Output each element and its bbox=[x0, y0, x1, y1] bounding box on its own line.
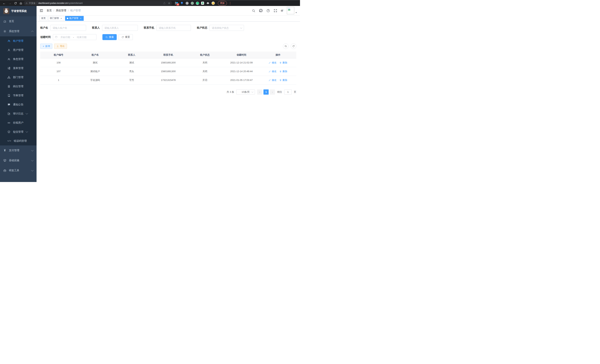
sidebar-item-home[interactable]: 首页 bbox=[0, 16, 37, 26]
cell-contact: 秃头 bbox=[113, 67, 150, 76]
bookmark-star-icon[interactable]: ☆ bbox=[168, 2, 170, 5]
sidebar-item-online-user[interactable]: 在线用户 bbox=[0, 118, 37, 127]
sidebar-item-payment[interactable]: ¥ 支付管理 bbox=[0, 145, 37, 156]
add-button[interactable]: + 新增 bbox=[40, 44, 52, 49]
sidebar-item-dept[interactable]: 部门管理 bbox=[0, 73, 37, 82]
export-button[interactable]: 导出 bbox=[54, 44, 67, 49]
goto-page-input[interactable] bbox=[284, 89, 292, 95]
page-number-1[interactable]: 1 bbox=[263, 89, 269, 95]
profile-avatar-icon[interactable] bbox=[212, 1, 215, 5]
status-select-input[interactable] bbox=[209, 25, 244, 31]
y-glyph: y bbox=[196, 2, 199, 4]
announcement-icon bbox=[7, 103, 10, 106]
delete-link[interactable]: 删除 bbox=[279, 78, 287, 82]
fullscreen-icon[interactable] bbox=[274, 9, 277, 12]
help-icon[interactable] bbox=[266, 9, 270, 12]
tenant-name-input[interactable] bbox=[50, 25, 86, 31]
tab-dept[interactable]: 部门管理 × bbox=[48, 16, 64, 21]
address-bar[interactable]: ⚠ 不安全 dashboard.yudao.iocoder.cn/system/… bbox=[24, 1, 172, 5]
table-header-row: 租户编号 租户名 联系人 联系手机 租户状态 创建时间 操作 bbox=[40, 52, 296, 58]
next-page-button[interactable]: › bbox=[270, 89, 275, 95]
page-number-label: 1 bbox=[265, 91, 267, 93]
table-toolbar: + 新增 导出 bbox=[40, 43, 296, 49]
sidebar-item-label: 错误码管理 bbox=[14, 139, 27, 143]
mobile-input[interactable] bbox=[156, 25, 191, 31]
edit-link[interactable]: 修改 bbox=[269, 70, 276, 73]
url-host: dashboard.yudao.iocoder.cn bbox=[38, 2, 67, 4]
menu-tree-icon bbox=[7, 67, 10, 70]
sidebar-item-audit-log[interactable]: 审计日志 bbox=[0, 109, 37, 118]
app-logo[interactable]: 芋道管理系统 bbox=[0, 6, 37, 16]
extension-icons: 10 ⌘ y bbox=[175, 1, 215, 5]
breadcrumb-home[interactable]: 首页 bbox=[47, 9, 52, 12]
sidebar-item-menu[interactable]: 菜单管理 bbox=[0, 64, 37, 73]
yuque-extension-icon[interactable]: y bbox=[196, 2, 199, 5]
browser-update-button[interactable]: 更新 bbox=[218, 1, 227, 6]
sidebar-item-notice[interactable]: 通知公告 bbox=[0, 100, 37, 109]
sidebar-item-system[interactable]: 系统管理 bbox=[0, 26, 37, 36]
sidebar-item-infrastructure[interactable]: 基础设施 bbox=[0, 156, 37, 166]
sidebar-item-error-code[interactable]: </> 错误码管理 bbox=[0, 136, 37, 145]
chevron-down-icon bbox=[26, 112, 28, 114]
tab-tenant[interactable]: 租户管理 × bbox=[65, 16, 84, 21]
share-icon[interactable] bbox=[163, 2, 166, 4]
cell-contact: 芋艿 bbox=[113, 76, 150, 84]
vue-devtools-extension-icon[interactable]: 10 bbox=[175, 1, 178, 5]
command-extension-icon[interactable]: ⌘ bbox=[186, 2, 189, 5]
edit-link[interactable]: 修改 bbox=[269, 61, 276, 64]
sidebar-item-label: 字典管理 bbox=[13, 94, 23, 97]
home-icon[interactable] bbox=[19, 2, 22, 5]
cell-contact: 测试 bbox=[113, 58, 150, 67]
edit-link[interactable]: 修改 bbox=[269, 78, 276, 82]
sidebar-item-label: 角色管理 bbox=[13, 57, 23, 61]
green-dot-extension-icon[interactable] bbox=[191, 2, 194, 5]
sidebar-item-sms[interactable]: 短信管理 bbox=[0, 127, 37, 136]
user-avatar-menu[interactable]: ▼ bbox=[287, 7, 297, 14]
back-icon[interactable]: ← bbox=[3, 2, 6, 5]
sidebar-item-label: 用户管理 bbox=[13, 48, 23, 52]
reload-icon[interactable] bbox=[14, 2, 17, 5]
dictionary-icon bbox=[7, 94, 10, 97]
forward-icon[interactable]: → bbox=[8, 2, 11, 5]
breadcrumb-system[interactable]: 系统管理 bbox=[56, 9, 66, 12]
sidebar-item-post[interactable]: 岗位管理 bbox=[0, 82, 37, 91]
browser-menu-icon[interactable]: ⋮ bbox=[228, 1, 232, 5]
sidebar-item-tenant[interactable]: 租户管理 bbox=[0, 36, 37, 46]
start-date-input[interactable] bbox=[59, 36, 72, 38]
github-icon[interactable] bbox=[259, 9, 263, 12]
status-select[interactable] bbox=[209, 25, 244, 31]
sidebar-submenu-system: 租户管理 用户管理 角色管理 bbox=[0, 36, 37, 145]
puzzle-extensions-icon[interactable] bbox=[206, 1, 209, 5]
app-title: 芋道管理系统 bbox=[11, 9, 27, 13]
search-button[interactable]: 搜索 bbox=[103, 34, 117, 40]
chat-extension-icon[interactable] bbox=[201, 2, 204, 5]
sidebar-item-user[interactable]: 用户管理 bbox=[0, 46, 37, 55]
status-label: 租户状态 bbox=[197, 26, 207, 29]
sidebar: 芋道管理系统 首页 系统管理 租户管 bbox=[0, 6, 37, 182]
chevron-down-icon bbox=[31, 169, 34, 171]
close-icon[interactable]: × bbox=[60, 17, 63, 20]
show-search-toggle-button[interactable] bbox=[283, 43, 289, 49]
font-size-icon[interactable]: tT bbox=[281, 9, 283, 12]
collapse-sidebar-icon[interactable] bbox=[39, 9, 43, 12]
delete-link[interactable]: 删除 bbox=[279, 70, 287, 73]
end-date-input[interactable] bbox=[75, 36, 88, 38]
filter-row-2: 创建时间 - 搜索 bbox=[40, 34, 296, 40]
cell-name: 芋道源码 bbox=[77, 76, 113, 84]
sidebar-item-role[interactable]: 角色管理 bbox=[0, 55, 37, 64]
logo-image bbox=[3, 8, 9, 14]
delete-link[interactable]: 删除 bbox=[279, 61, 287, 64]
contact-input[interactable] bbox=[102, 25, 138, 31]
reset-button[interactable]: 重置 bbox=[119, 34, 133, 40]
date-range-picker[interactable]: - bbox=[53, 34, 96, 40]
search-icon[interactable] bbox=[252, 9, 255, 12]
sidebar-item-dict[interactable]: 字典管理 bbox=[0, 91, 37, 100]
sidebar-item-devtools[interactable]: 研发工具 bbox=[0, 166, 37, 176]
close-icon[interactable]: × bbox=[79, 17, 82, 20]
refresh-table-button[interactable] bbox=[291, 43, 296, 49]
balloon-extension-icon[interactable] bbox=[180, 1, 184, 5]
page-size-select[interactable]: 10条/页 bbox=[236, 89, 255, 95]
prev-page-button[interactable]: ‹ bbox=[257, 89, 262, 95]
tab-home[interactable]: 首页 bbox=[39, 16, 47, 21]
main-area: 首页 / 系统管理 / 租户管理 bbox=[37, 6, 300, 182]
